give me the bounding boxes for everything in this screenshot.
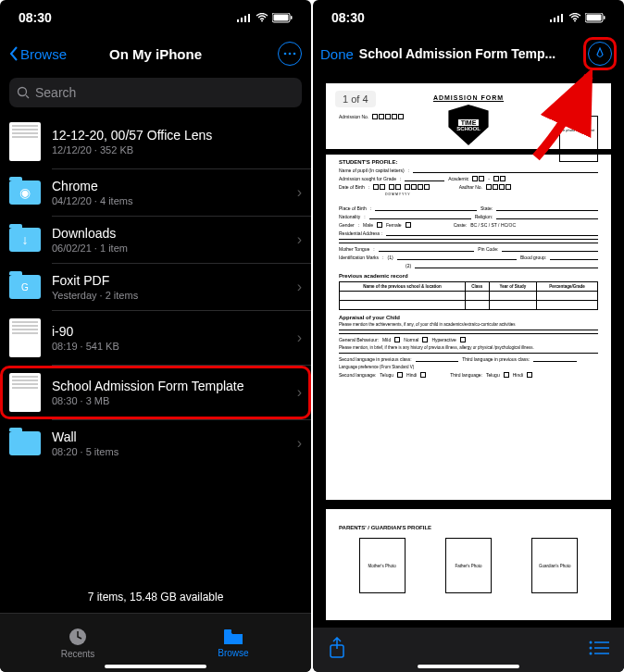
pdf-page-1: 1 of 4 ADMISSION FORM Admission No. TIME… <box>326 83 611 500</box>
list-button[interactable] <box>589 641 609 659</box>
form-heading: ADMISSION FORM <box>339 94 598 101</box>
search-icon <box>17 86 30 99</box>
item-title: Wall <box>52 429 286 444</box>
folder-icon: G <box>9 271 41 303</box>
svg-point-24 <box>590 641 593 644</box>
svg-line-12 <box>26 95 29 98</box>
tab-browse[interactable]: Browse <box>156 614 311 672</box>
done-button[interactable]: Done <box>320 46 354 62</box>
footer: 7 items, 15.48 GB available Recents Brow… <box>0 581 311 672</box>
folder-icon <box>222 628 244 646</box>
chevron-right-icon: › <box>297 384 302 401</box>
list-icon <box>589 641 609 655</box>
item-title: Foxit PDF <box>52 273 286 288</box>
list-item[interactable]: ◉ Chrome04/12/20 · 4 items › <box>0 169 311 216</box>
item-subtitle: 04/12/20 · 4 items <box>52 195 286 206</box>
signal-icon <box>237 13 252 22</box>
chevron-right-icon: › <box>297 330 302 346</box>
item-subtitle: Yesterday · 2 items <box>52 290 286 301</box>
svg-point-10 <box>293 53 296 56</box>
battery-icon <box>585 13 605 23</box>
svg-rect-7 <box>291 16 293 19</box>
ellipsis-icon <box>283 52 296 56</box>
tab-label: Browse <box>218 648 248 658</box>
tab-recents[interactable]: Recents <box>0 614 156 672</box>
search-input[interactable]: Search <box>9 78 302 107</box>
svg-rect-18 <box>561 14 563 22</box>
svg-rect-6 <box>274 14 289 20</box>
storage-info: 7 items, 15.48 GB available <box>0 581 311 613</box>
nav-header: Browse On My iPhone <box>0 35 311 72</box>
more-options-button[interactable] <box>278 42 302 66</box>
folder-icon: ◉ <box>9 177 41 208</box>
item-subtitle: 06/02/21 · 1 item <box>52 243 286 254</box>
document-title: School Admission Form Temp... <box>359 46 578 61</box>
chevron-right-icon: › <box>297 184 302 201</box>
share-button[interactable] <box>328 637 346 663</box>
status-indicators <box>550 13 605 23</box>
tab-bar: Recents Browse <box>0 613 311 672</box>
doc-thumb-icon <box>9 122 41 161</box>
item-title: Chrome <box>52 179 286 193</box>
page-title: On My iPhone <box>0 46 311 62</box>
item-title: 12-12-20, 00/57 Office Lens <box>52 128 302 143</box>
folder-icon: ↓ <box>9 224 41 255</box>
tab-label: Recents <box>61 649 95 659</box>
item-subtitle: 08:19 · 541 KB <box>52 341 286 352</box>
svg-point-4 <box>261 20 263 22</box>
pdf-preview-screen: 08:30 Done School Admission Form Temp...… <box>313 0 624 672</box>
files-app-screen: 08:30 Browse On My iPhone Search <box>0 0 311 672</box>
doc-thumb-icon <box>9 373 41 412</box>
signal-icon <box>550 13 565 22</box>
pdf-page-2: PARENTS' / GUARDIAN'S PROFILE Mother's P… <box>326 509 611 620</box>
wifi-icon <box>568 13 581 22</box>
guardian-photo-box: Guardian's Photo <box>531 538 578 593</box>
father-photo-box: Father's Photo <box>445 538 492 593</box>
wifi-icon <box>256 13 268 22</box>
search-placeholder: Search <box>35 85 76 100</box>
status-bar: 08:30 <box>313 0 624 35</box>
item-title: School Admission Form Template <box>52 379 286 393</box>
file-list: 12-12-20, 00/57 Office Lens12/12/20 · 35… <box>0 115 311 467</box>
status-time: 08:30 <box>19 10 52 25</box>
list-item[interactable]: i-9008:19 · 541 KB › <box>0 311 311 365</box>
svg-rect-21 <box>587 14 602 20</box>
item-title: i-90 <box>52 324 286 339</box>
svg-point-9 <box>289 53 292 56</box>
clock-icon <box>68 627 88 647</box>
markup-button[interactable] <box>588 42 612 66</box>
svg-rect-0 <box>237 19 239 22</box>
svg-rect-17 <box>557 16 559 22</box>
document-viewport[interactable]: 1 of 4 ADMISSION FORM Admission No. TIME… <box>318 83 618 622</box>
markup-pen-icon <box>593 47 606 60</box>
home-indicator[interactable] <box>418 665 519 668</box>
list-item[interactable]: ↓ Downloads06/02/21 · 1 item › <box>0 217 311 263</box>
battery-icon <box>272 13 293 23</box>
item-subtitle: 08:20 · 5 items <box>52 446 286 457</box>
svg-point-8 <box>284 53 287 56</box>
mother-photo-box: Mother's Photo <box>359 538 406 593</box>
svg-rect-2 <box>244 16 246 22</box>
doc-thumb-icon <box>9 318 41 357</box>
list-item[interactable]: G Foxit PDFYesterday · 2 items › <box>0 264 311 310</box>
home-indicator[interactable] <box>105 665 206 668</box>
svg-rect-15 <box>550 19 552 22</box>
preview-header: Done School Admission Form Temp... <box>313 35 624 72</box>
academic-record-table: Name of the previous school & locationCl… <box>339 281 598 310</box>
item-subtitle: 12/12/20 · 352 KB <box>52 144 302 156</box>
svg-rect-16 <box>554 18 555 22</box>
chevron-right-icon: › <box>297 279 302 295</box>
list-item[interactable]: Wall08:20 · 5 items › <box>0 420 311 467</box>
folder-icon <box>9 428 41 459</box>
svg-rect-3 <box>248 14 250 22</box>
list-item-highlighted[interactable]: School Admission Form Template08:30 · 3 … <box>0 366 311 419</box>
svg-rect-22 <box>604 16 605 19</box>
status-bar: 08:30 <box>0 0 311 35</box>
svg-point-11 <box>19 88 27 96</box>
page-indicator: 1 of 4 <box>335 91 376 107</box>
svg-point-26 <box>590 647 593 650</box>
svg-point-28 <box>590 653 593 655</box>
list-item[interactable]: 12-12-20, 00/57 Office Lens12/12/20 · 35… <box>0 115 311 168</box>
chevron-right-icon: › <box>297 231 302 248</box>
status-time: 08:30 <box>331 10 365 25</box>
